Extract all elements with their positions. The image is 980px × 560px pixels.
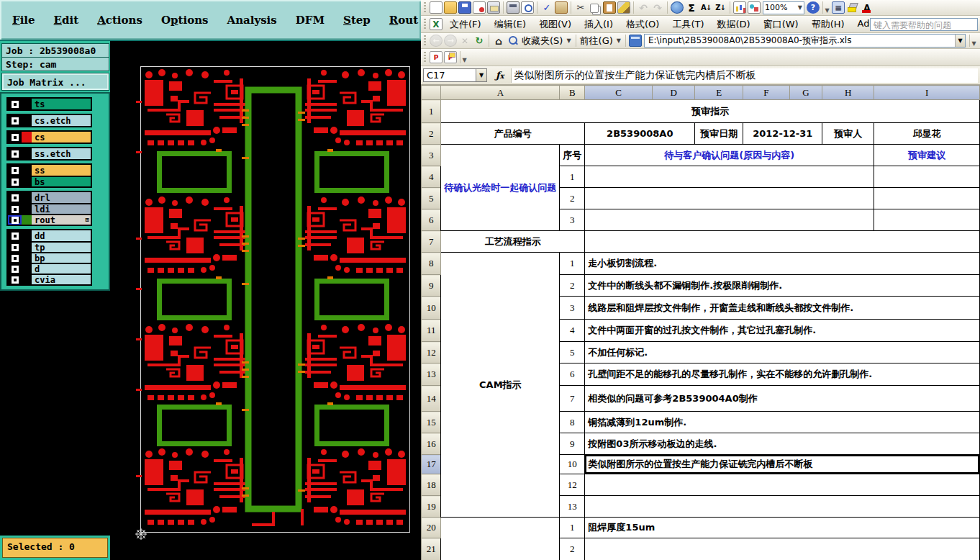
layer-row-ldi[interactable]: ldi [8,203,91,214]
refresh-icon[interactable]: ↻ [473,35,486,47]
cell[interactable]: 预审指示 [441,100,980,123]
layer-checkbox-bs[interactable] [8,177,22,186]
go-menu[interactable]: 前往(G) [579,35,614,48]
cell[interactable]: 10 [560,455,585,474]
permission-icon[interactable] [473,1,486,14]
menu-edit[interactable]: Edit [54,14,79,27]
row-header-12[interactable]: 12 [422,342,441,363]
toolbar-grip[interactable] [424,52,426,63]
cell[interactable] [585,209,874,231]
cell[interactable]: 7 [560,386,585,412]
spelling-icon[interactable]: ✓ [540,1,553,14]
cell[interactable]: 文件中两面开窗的过孔按文件制作，其它过孔塞孔制作. [585,320,980,342]
layer-row-tp[interactable]: tp [8,241,91,252]
cell[interactable]: 9 [560,433,585,455]
cell[interactable]: 预审人 [822,123,874,145]
cell[interactable]: 待确认光绘时一起确认问题 [441,145,560,231]
name-box[interactable]: C17 [423,68,476,82]
cell[interactable]: 1 [560,253,585,275]
toolbar-options-icon[interactable]: ▼ [969,35,978,47]
layer-checkbox-tp[interactable] [8,243,22,252]
layer-color-swatch[interactable] [22,165,32,176]
layer-color-swatch[interactable] [22,99,32,109]
menu-工具(T)[interactable]: 工具(T) [666,16,710,33]
menu-rout[interactable]: Rout [389,14,418,27]
cell[interactable]: 5 [560,342,585,363]
layer-color-swatch[interactable] [22,253,32,263]
menu-options[interactable]: Options [161,14,209,27]
menu-file[interactable]: File [12,14,35,27]
cell[interactable] [585,474,980,496]
cell[interactable] [585,188,874,209]
cell[interactable]: 2B539008A0 [585,123,695,145]
layer-color-swatch[interactable] [22,243,32,252]
address-combobox[interactable]: E:\input\2B539008A0\2B539008A0-预审指示.xls … [644,34,966,48]
column-header-G[interactable]: G [789,86,822,100]
cell[interactable] [874,209,980,231]
name-box-dropdown-icon[interactable]: ▼ [476,68,487,82]
formula-input[interactable]: 类似附图所示的位置按生产能力保证铣完内槽后不断板 [511,68,978,83]
cell[interactable]: 文件中的断线头都不漏铜制作.按极限削铜制作. [585,275,980,297]
row-header-11[interactable]: 11 [422,320,441,342]
cell[interactable]: 2 [560,538,585,560]
favorites-dropdown-icon[interactable]: ▼ [564,37,573,44]
layer-row-cs[interactable]: cs [8,132,91,143]
print-icon[interactable] [507,1,520,14]
forward-icon[interactable]: → [444,35,457,47]
cell[interactable]: 4 [560,320,585,342]
open-icon[interactable] [444,1,457,14]
cell[interactable] [441,518,560,560]
chart-icon[interactable] [733,1,746,14]
cell[interactable] [874,188,980,209]
cell[interactable]: 6 [560,363,585,386]
row-header-13[interactable]: 13 [422,363,441,386]
cell[interactable]: CAM指示 [441,253,560,518]
cell[interactable]: 阻焊厚度15um [585,518,980,538]
cell[interactable] [874,166,980,188]
layer-checkbox-d[interactable] [8,264,22,274]
menu-analysis[interactable]: Analysis [227,14,277,27]
home-icon[interactable]: ⌂ [492,35,505,47]
row-header-8[interactable]: 8 [422,253,441,275]
web-window-icon[interactable] [629,35,642,47]
cell[interactable]: 待与客户确认问题(原因与内容) [585,145,874,166]
job-matrix-button[interactable]: Job Matrix ... [1,73,109,91]
cell[interactable]: 1 [560,518,585,538]
toolbar-grip[interactable] [424,19,426,30]
row-header-17[interactable]: 17 [422,455,441,474]
row-header-15[interactable]: 15 [422,412,441,433]
layer-color-swatch[interactable] [22,148,32,159]
layer-checkbox-cs.etch[interactable] [8,115,22,126]
layer-color-swatch[interactable] [22,177,32,186]
layer-row-dd[interactable]: dd [8,230,91,241]
cell[interactable]: 预审日期 [695,123,743,145]
column-header-E[interactable]: E [695,86,743,100]
layer-color-swatch[interactable] [22,275,32,284]
column-header-I[interactable]: I [874,86,980,100]
layer-checkbox-cs[interactable] [8,132,22,143]
layer-color-swatch[interactable] [22,115,32,126]
zoom-dropdown-icon[interactable]: ▼ [798,4,802,11]
sortdesc-icon[interactable]: Z↓ [714,1,727,14]
row-header-10[interactable]: 10 [422,297,441,320]
cell[interactable]: 线路层和阻焊层按文件制作，开窗盖走线和断线头都按文件制作. [585,297,980,320]
layer-checkbox-ts[interactable] [8,99,22,109]
row-header-4[interactable]: 4 [422,166,441,188]
highlight-icon[interactable] [846,1,859,14]
layer-checkbox-cvia[interactable] [8,275,22,284]
layer-row-ss.etch[interactable]: ss.etch [8,148,91,159]
cell[interactable]: 不加任何标记. [585,342,980,363]
cell[interactable] [585,496,980,518]
cell[interactable]: 1 [560,166,585,188]
row-header-16[interactable]: 16 [422,433,441,455]
row-header-6[interactable]: 6 [422,209,441,231]
menu-视图(V)[interactable]: 视图(V) [532,16,578,33]
pdf-convert-email-icon[interactable]: P [444,51,457,63]
layer-checkbox-ss.etch[interactable] [8,148,22,159]
cell[interactable]: 孔壁间距不足的能移孔的尽量移孔制作，实在不能移的允许删孔制作. [585,363,980,386]
row-header-20[interactable]: 20 [422,518,441,538]
cell[interactable]: 2 [560,188,585,209]
painter-icon[interactable] [617,1,630,14]
layer-checkbox-rout[interactable] [8,215,22,225]
column-header-F[interactable]: F [743,86,789,100]
